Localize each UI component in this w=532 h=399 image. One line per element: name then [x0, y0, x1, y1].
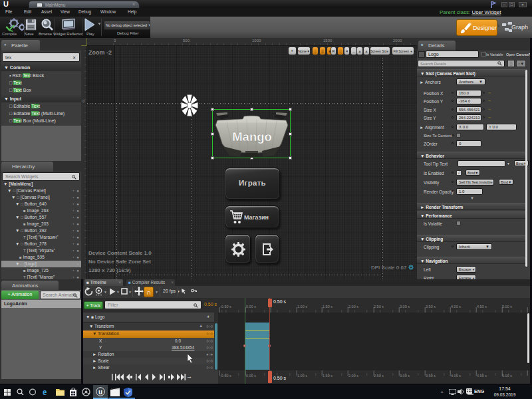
svg-text:Mango: Mango [232, 130, 272, 144]
svg-text:u: u [98, 388, 102, 396]
